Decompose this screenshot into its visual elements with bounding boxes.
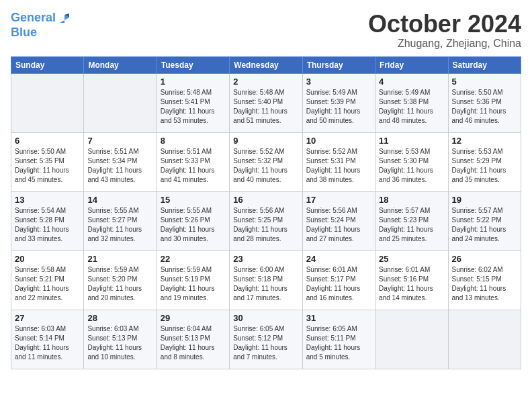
day-number: 17 bbox=[306, 195, 371, 205]
day-number: 6 bbox=[15, 136, 80, 146]
calendar-cell bbox=[84, 73, 157, 132]
page-header: General Blue October 2024 Zhugang, Zheji… bbox=[11, 11, 521, 50]
day-number: 8 bbox=[161, 136, 226, 146]
day-info: Sunrise: 6:00 AMSunset: 5:18 PMDaylight:… bbox=[233, 265, 298, 303]
logo-text: General bbox=[11, 11, 56, 25]
title-block: October 2024 Zhugang, Zhejiang, China bbox=[368, 11, 521, 50]
calendar-week-2: 6Sunrise: 5:50 AMSunset: 5:35 PMDaylight… bbox=[11, 132, 521, 191]
day-number: 31 bbox=[306, 313, 371, 323]
day-info: Sunrise: 6:05 AMSunset: 5:11 PMDaylight:… bbox=[306, 324, 371, 362]
day-info: Sunrise: 5:52 AMSunset: 5:31 PMDaylight:… bbox=[306, 147, 371, 185]
day-number: 24 bbox=[306, 254, 371, 264]
day-number: 10 bbox=[306, 136, 371, 146]
calendar-cell: 10Sunrise: 5:52 AMSunset: 5:31 PMDayligh… bbox=[302, 132, 375, 191]
calendar-cell: 16Sunrise: 5:56 AMSunset: 5:25 PMDayligh… bbox=[230, 191, 302, 250]
weekday-header-thursday: Thursday bbox=[302, 56, 375, 73]
day-number: 25 bbox=[379, 254, 444, 264]
day-number: 13 bbox=[15, 195, 80, 205]
calendar: SundayMondayTuesdayWednesdayThursdayFrid… bbox=[11, 56, 521, 369]
day-number: 14 bbox=[87, 195, 152, 205]
day-number: 29 bbox=[161, 313, 226, 323]
calendar-cell: 25Sunrise: 6:01 AMSunset: 5:16 PMDayligh… bbox=[375, 250, 448, 310]
day-number: 23 bbox=[233, 254, 298, 264]
day-info: Sunrise: 5:56 AMSunset: 5:25 PMDaylight:… bbox=[233, 206, 298, 244]
day-number: 27 bbox=[15, 313, 80, 323]
day-info: Sunrise: 5:50 AMSunset: 5:35 PMDaylight:… bbox=[15, 147, 80, 185]
calendar-cell: 22Sunrise: 5:59 AMSunset: 5:19 PMDayligh… bbox=[157, 250, 229, 310]
calendar-cell: 31Sunrise: 6:05 AMSunset: 5:11 PMDayligh… bbox=[302, 310, 375, 369]
calendar-cell: 3Sunrise: 5:49 AMSunset: 5:39 PMDaylight… bbox=[302, 73, 375, 132]
calendar-cell: 19Sunrise: 5:57 AMSunset: 5:22 PMDayligh… bbox=[448, 191, 521, 250]
calendar-cell: 13Sunrise: 5:54 AMSunset: 5:28 PMDayligh… bbox=[11, 191, 84, 250]
calendar-cell: 27Sunrise: 6:03 AMSunset: 5:14 PMDayligh… bbox=[11, 310, 84, 369]
weekday-header-tuesday: Tuesday bbox=[157, 56, 229, 73]
calendar-cell: 4Sunrise: 5:49 AMSunset: 5:38 PMDaylight… bbox=[375, 73, 448, 132]
calendar-cell: 28Sunrise: 6:03 AMSunset: 5:13 PMDayligh… bbox=[84, 310, 157, 369]
weekday-header-sunday: Sunday bbox=[11, 56, 84, 73]
day-info: Sunrise: 5:56 AMSunset: 5:24 PMDaylight:… bbox=[306, 206, 371, 244]
calendar-cell: 8Sunrise: 5:51 AMSunset: 5:33 PMDaylight… bbox=[157, 132, 229, 191]
weekday-header-friday: Friday bbox=[375, 56, 448, 73]
day-info: Sunrise: 5:48 AMSunset: 5:41 PMDaylight:… bbox=[161, 88, 226, 126]
day-number: 11 bbox=[379, 136, 444, 146]
day-info: Sunrise: 5:59 AMSunset: 5:19 PMDaylight:… bbox=[161, 265, 226, 303]
day-info: Sunrise: 5:51 AMSunset: 5:34 PMDaylight:… bbox=[87, 147, 152, 185]
calendar-cell bbox=[375, 310, 448, 369]
day-info: Sunrise: 5:52 AMSunset: 5:32 PMDaylight:… bbox=[233, 147, 298, 185]
calendar-cell: 29Sunrise: 6:04 AMSunset: 5:13 PMDayligh… bbox=[157, 310, 229, 369]
calendar-cell: 14Sunrise: 5:55 AMSunset: 5:27 PMDayligh… bbox=[84, 191, 157, 250]
day-number: 16 bbox=[233, 195, 298, 205]
day-info: Sunrise: 6:03 AMSunset: 5:13 PMDaylight:… bbox=[87, 324, 152, 362]
day-number: 9 bbox=[233, 136, 298, 146]
logo-general: General bbox=[11, 11, 56, 24]
day-number: 22 bbox=[161, 254, 226, 264]
calendar-cell bbox=[448, 310, 521, 369]
calendar-cell: 1Sunrise: 5:48 AMSunset: 5:41 PMDaylight… bbox=[157, 73, 229, 132]
day-number: 4 bbox=[379, 77, 444, 87]
calendar-cell: 2Sunrise: 5:48 AMSunset: 5:40 PMDaylight… bbox=[230, 73, 302, 132]
day-number: 21 bbox=[87, 254, 152, 264]
day-info: Sunrise: 5:53 AMSunset: 5:30 PMDaylight:… bbox=[379, 147, 444, 185]
logo-icon bbox=[57, 11, 72, 26]
day-number: 28 bbox=[87, 313, 152, 323]
day-info: Sunrise: 6:01 AMSunset: 5:17 PMDaylight:… bbox=[306, 265, 371, 303]
location: Zhugang, Zhejiang, China bbox=[368, 38, 521, 50]
calendar-cell: 7Sunrise: 5:51 AMSunset: 5:34 PMDaylight… bbox=[84, 132, 157, 191]
day-number: 1 bbox=[161, 77, 226, 87]
day-info: Sunrise: 5:50 AMSunset: 5:36 PMDaylight:… bbox=[452, 88, 517, 126]
day-info: Sunrise: 6:03 AMSunset: 5:14 PMDaylight:… bbox=[15, 324, 80, 362]
day-info: Sunrise: 6:05 AMSunset: 5:12 PMDaylight:… bbox=[233, 324, 298, 362]
calendar-week-1: 1Sunrise: 5:48 AMSunset: 5:41 PMDaylight… bbox=[11, 73, 521, 132]
day-number: 12 bbox=[452, 136, 517, 146]
calendar-week-3: 13Sunrise: 5:54 AMSunset: 5:28 PMDayligh… bbox=[11, 191, 521, 250]
weekday-header-row: SundayMondayTuesdayWednesdayThursdayFrid… bbox=[11, 56, 521, 73]
day-info: Sunrise: 5:59 AMSunset: 5:20 PMDaylight:… bbox=[87, 265, 152, 303]
logo-blue: Blue bbox=[11, 26, 72, 40]
day-info: Sunrise: 6:04 AMSunset: 5:13 PMDaylight:… bbox=[161, 324, 226, 362]
day-number: 20 bbox=[15, 254, 80, 264]
weekday-header-saturday: Saturday bbox=[448, 56, 521, 73]
day-info: Sunrise: 5:57 AMSunset: 5:23 PMDaylight:… bbox=[379, 206, 444, 244]
day-info: Sunrise: 6:02 AMSunset: 5:15 PMDaylight:… bbox=[452, 265, 517, 303]
day-info: Sunrise: 5:49 AMSunset: 5:39 PMDaylight:… bbox=[306, 88, 371, 126]
day-info: Sunrise: 5:53 AMSunset: 5:29 PMDaylight:… bbox=[452, 147, 517, 185]
calendar-cell: 5Sunrise: 5:50 AMSunset: 5:36 PMDaylight… bbox=[448, 73, 521, 132]
day-number: 15 bbox=[161, 195, 226, 205]
calendar-cell: 15Sunrise: 5:55 AMSunset: 5:26 PMDayligh… bbox=[157, 191, 229, 250]
day-number: 2 bbox=[233, 77, 298, 87]
calendar-week-5: 27Sunrise: 6:03 AMSunset: 5:14 PMDayligh… bbox=[11, 310, 521, 369]
day-info: Sunrise: 5:54 AMSunset: 5:28 PMDaylight:… bbox=[15, 206, 80, 244]
calendar-cell: 9Sunrise: 5:52 AMSunset: 5:32 PMDaylight… bbox=[230, 132, 302, 191]
day-info: Sunrise: 5:55 AMSunset: 5:27 PMDaylight:… bbox=[87, 206, 152, 244]
day-info: Sunrise: 6:01 AMSunset: 5:16 PMDaylight:… bbox=[379, 265, 444, 303]
calendar-cell: 17Sunrise: 5:56 AMSunset: 5:24 PMDayligh… bbox=[302, 191, 375, 250]
calendar-week-4: 20Sunrise: 5:58 AMSunset: 5:21 PMDayligh… bbox=[11, 250, 521, 310]
day-info: Sunrise: 5:51 AMSunset: 5:33 PMDaylight:… bbox=[161, 147, 226, 185]
calendar-cell: 24Sunrise: 6:01 AMSunset: 5:17 PMDayligh… bbox=[302, 250, 375, 310]
day-number: 19 bbox=[452, 195, 517, 205]
calendar-cell: 18Sunrise: 5:57 AMSunset: 5:23 PMDayligh… bbox=[375, 191, 448, 250]
day-info: Sunrise: 5:57 AMSunset: 5:22 PMDaylight:… bbox=[452, 206, 517, 244]
month-title: October 2024 bbox=[368, 11, 521, 38]
day-number: 18 bbox=[379, 195, 444, 205]
calendar-cell: 26Sunrise: 6:02 AMSunset: 5:15 PMDayligh… bbox=[448, 250, 521, 310]
